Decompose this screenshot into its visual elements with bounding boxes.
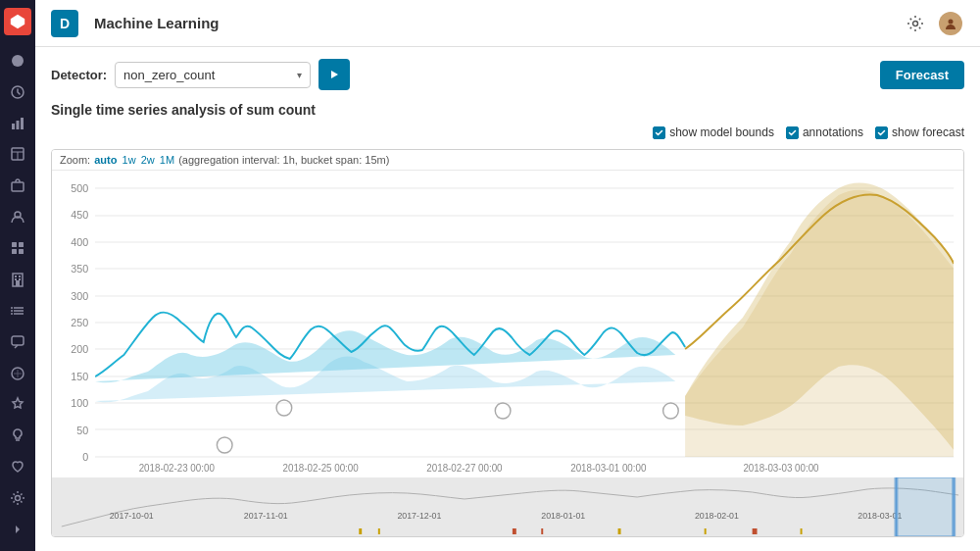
top-bar-icons (902, 10, 964, 37)
sidebar-icon-grid[interactable] (4, 234, 31, 262)
svg-rect-16 (15, 276, 17, 277)
chevron-down-icon: ▾ (297, 70, 302, 80)
sidebar-icon-clock2[interactable] (4, 360, 31, 387)
svg-rect-69 (705, 528, 707, 534)
svg-text:2018-02-27 00:00: 2018-02-27 00:00 (426, 463, 503, 474)
sidebar-icon-clock[interactable] (4, 78, 31, 106)
svg-text:2017-11-01: 2017-11-01 (244, 511, 288, 521)
svg-rect-3 (17, 121, 20, 129)
zoom-1w[interactable]: 1w (122, 154, 136, 166)
detector-label: Detector: (51, 68, 107, 82)
main-chart-svg: 500 450 400 350 300 250 200 150 100 50 0 (52, 171, 963, 475)
checkbox-icon-2 (786, 126, 799, 139)
svg-rect-70 (753, 528, 758, 534)
svg-text:450: 450 (71, 209, 88, 221)
show-model-bounds-checkbox[interactable]: show model bounds (653, 125, 774, 139)
sidebar-icon-table[interactable] (4, 141, 31, 169)
mini-chart[interactable]: 2017-10-01 2017-11-01 2017-12-01 2018-01… (52, 477, 963, 536)
show-model-bounds-label: show model bounds (669, 125, 774, 139)
chart-controls: show model bounds annotations show forec… (51, 125, 964, 139)
checkbox-icon-3 (875, 126, 888, 139)
sidebar-icon-chart[interactable] (4, 110, 31, 137)
section-title: Single time series analysis of sum count (51, 102, 964, 118)
svg-rect-64 (359, 528, 362, 534)
checkbox-icon (653, 126, 665, 139)
svg-rect-80 (952, 477, 956, 536)
sidebar-icon-briefcase[interactable] (4, 172, 31, 199)
sidebar-icon-settings[interactable] (4, 484, 31, 512)
svg-rect-12 (12, 249, 17, 254)
main-content: D Machine Learning Detector: non_zero_co… (35, 0, 980, 551)
svg-rect-66 (513, 528, 516, 534)
svg-rect-8 (12, 182, 24, 191)
svg-point-29 (913, 21, 918, 25)
aggregation-info: (aggregation interval: 1h, bucket span: … (178, 154, 389, 166)
app-icon: D (51, 10, 78, 37)
svg-rect-4 (21, 118, 24, 129)
svg-text:400: 400 (71, 236, 88, 248)
run-button[interactable] (318, 59, 350, 90)
sidebar-icon-comment[interactable] (4, 328, 31, 356)
svg-rect-13 (19, 249, 24, 254)
svg-text:2018-03-01 00:00: 2018-03-01 00:00 (570, 463, 647, 474)
svg-point-60 (276, 400, 292, 416)
svg-point-62 (663, 403, 679, 419)
svg-rect-63 (52, 477, 963, 536)
svg-point-0 (12, 55, 24, 67)
annotations-label: annotations (803, 125, 863, 139)
page-title: Machine Learning (94, 15, 890, 31)
sidebar-icon-user[interactable] (4, 203, 31, 230)
show-forecast-label: show forecast (892, 125, 964, 139)
svg-text:2018-02-23 00:00: 2018-02-23 00:00 (139, 463, 216, 474)
show-forecast-checkbox[interactable]: show forecast (875, 125, 964, 139)
svg-text:2018-02-01: 2018-02-01 (695, 511, 739, 521)
svg-text:2017-12-01: 2017-12-01 (397, 511, 441, 521)
sidebar-icon-home[interactable] (4, 47, 31, 75)
detector-row: Detector: non_zero_count ▾ Forecast (51, 59, 964, 90)
sidebar-expand-button[interactable] (12, 516, 24, 543)
svg-rect-18 (15, 278, 17, 280)
sidebar-icon-building[interactable] (4, 266, 31, 293)
annotations-checkbox[interactable]: annotations (786, 125, 863, 139)
app-logo[interactable] (4, 8, 31, 35)
main-chart-container: Zoom: auto 1w 2w 1M (aggregation interva… (51, 149, 964, 537)
settings-icon[interactable] (902, 10, 929, 37)
svg-text:0: 0 (82, 451, 88, 463)
forecast-button[interactable]: Forecast (880, 61, 964, 89)
svg-rect-2 (12, 124, 15, 129)
user-avatar-icon[interactable] (937, 10, 964, 37)
svg-point-30 (949, 19, 954, 24)
svg-text:2018-02-25 00:00: 2018-02-25 00:00 (283, 463, 360, 474)
chart-zoom-bar: Zoom: auto 1w 2w 1M (aggregation interva… (52, 150, 963, 171)
svg-text:50: 50 (76, 425, 88, 436)
svg-rect-65 (378, 528, 380, 534)
svg-text:500: 500 (71, 182, 88, 194)
svg-rect-17 (19, 276, 21, 277)
svg-text:200: 200 (71, 343, 88, 355)
svg-rect-71 (801, 528, 803, 534)
zoom-1m[interactable]: 1M (160, 154, 174, 166)
zoom-label: Zoom: (60, 154, 90, 166)
detector-select-value: non_zero_count (123, 68, 293, 82)
sidebar-icon-lightbulb[interactable] (4, 422, 31, 449)
sidebar-icon-list[interactable] (4, 297, 31, 325)
svg-text:350: 350 (71, 263, 88, 275)
svg-point-24 (11, 310, 13, 312)
page-content: Detector: non_zero_count ▾ Forecast Sing… (35, 47, 980, 551)
detector-select[interactable]: non_zero_count ▾ (115, 62, 311, 88)
zoom-2w[interactable]: 2w (141, 154, 155, 166)
top-bar: D Machine Learning (35, 0, 980, 47)
svg-point-59 (217, 437, 232, 453)
sidebar-icon-star[interactable] (4, 391, 31, 419)
sidebar-icon-heart[interactable] (4, 453, 31, 480)
svg-rect-67 (541, 528, 543, 534)
svg-rect-19 (19, 278, 21, 280)
zoom-auto[interactable]: auto (94, 154, 117, 166)
svg-point-25 (11, 313, 13, 315)
sidebar (0, 0, 35, 551)
svg-text:250: 250 (71, 317, 88, 328)
svg-rect-10 (12, 242, 17, 247)
svg-text:300: 300 (71, 290, 88, 302)
svg-rect-26 (12, 336, 24, 345)
svg-point-28 (16, 496, 21, 501)
